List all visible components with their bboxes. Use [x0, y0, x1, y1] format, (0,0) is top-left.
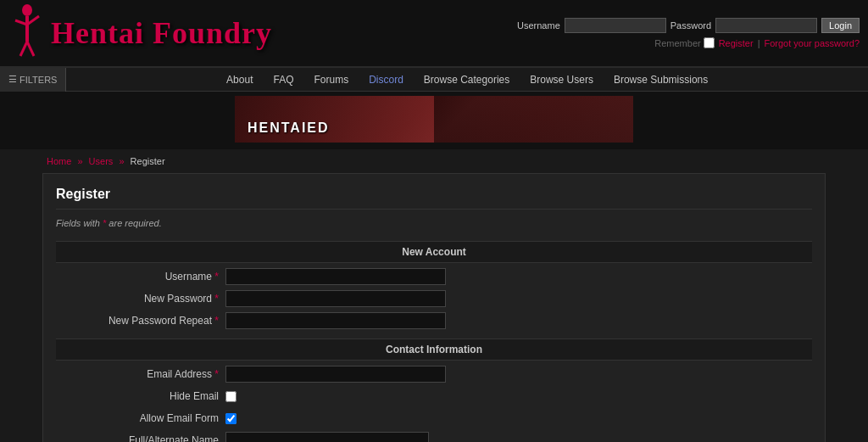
- new-password-repeat-field-label: New Password Repeat *: [56, 315, 225, 327]
- new-password-repeat-row: New Password Repeat *: [56, 311, 812, 330]
- section-new-account: New Account: [56, 241, 812, 263]
- breadcrumb-home[interactable]: Home: [47, 156, 71, 166]
- breadcrumb-sep1: »: [77, 156, 82, 166]
- new-password-repeat-input[interactable]: [225, 312, 446, 329]
- login-button[interactable]: Login: [821, 18, 860, 33]
- full-name-input[interactable]: [225, 432, 429, 442]
- page-title: Register: [56, 187, 812, 210]
- new-password-required: *: [214, 293, 219, 305]
- nav-forums[interactable]: Forums: [303, 68, 359, 92]
- main-content: Register Fields with * are required. New…: [42, 173, 826, 442]
- banner: HENTAIED: [0, 92, 868, 149]
- password-label: Password: [670, 20, 711, 31]
- allow-email-form-label: Allow Email Form: [56, 412, 225, 424]
- svg-line-5: [27, 42, 34, 56]
- remember-label: Remember: [654, 38, 700, 48]
- new-password-input[interactable]: [225, 290, 446, 307]
- logo-area: Hentai Foundry: [8, 3, 272, 63]
- nav-browse-users[interactable]: Browse Users: [520, 68, 604, 92]
- email-input[interactable]: [225, 366, 446, 383]
- username-required: *: [214, 271, 219, 283]
- register-link[interactable]: Register: [719, 38, 754, 48]
- svg-line-3: [27, 16, 39, 25]
- login-area: Username Password Login Remember Registe…: [517, 18, 860, 48]
- filter-icon: ☰: [8, 74, 17, 85]
- forgot-password-link[interactable]: Forgot your password?: [765, 38, 860, 48]
- svg-point-0: [22, 4, 32, 16]
- breadcrumb-users[interactable]: Users: [89, 156, 114, 166]
- nav-browse-categories[interactable]: Browse Categories: [414, 68, 520, 92]
- logo-figure-icon: [8, 3, 47, 63]
- hide-email-checkbox[interactable]: [225, 391, 236, 402]
- email-row: Email Address *: [56, 365, 812, 383]
- breadcrumb: Home » Users » Register: [0, 149, 868, 173]
- register-username-input[interactable]: [225, 268, 446, 285]
- remember-checkbox[interactable]: [704, 37, 715, 48]
- filters-label: FILTERS: [19, 75, 57, 85]
- full-name-label: Full/Alternate Name: [56, 434, 225, 442]
- nav-browse-submissions[interactable]: Browse Submissions: [604, 68, 718, 92]
- svg-line-4: [20, 42, 27, 56]
- nav-links: About FAQ Forums Discord Browse Categori…: [66, 68, 868, 92]
- banner-image: HENTAIED: [235, 96, 633, 143]
- email-required: *: [214, 368, 219, 380]
- separator: |: [758, 38, 760, 48]
- navbar: ☰ FILTERS About FAQ Forums Discord Brows…: [0, 68, 868, 92]
- section-contact-info: Contact Information: [56, 338, 812, 361]
- password-input[interactable]: [715, 18, 817, 33]
- nav-faq[interactable]: FAQ: [263, 68, 303, 92]
- allow-email-form-row: Allow Email Form: [56, 409, 812, 428]
- allow-email-form-checkbox[interactable]: [225, 413, 236, 424]
- site-logo: Hentai Foundry: [51, 15, 272, 51]
- new-password-repeat-required: *: [214, 315, 219, 327]
- breadcrumb-current: Register: [131, 156, 165, 166]
- svg-line-2: [15, 20, 27, 25]
- username-row: Username *: [56, 267, 812, 286]
- new-password-row: New Password *: [56, 289, 812, 308]
- nav-discord[interactable]: Discord: [359, 68, 414, 92]
- login-row: Username Password Login: [517, 18, 860, 33]
- nav-about[interactable]: About: [216, 68, 263, 92]
- filters-button[interactable]: ☰ FILTERS: [0, 68, 66, 92]
- hide-email-row: Hide Email: [56, 387, 812, 406]
- full-name-row: Full/Alternate Name: [56, 431, 812, 442]
- hide-email-label: Hide Email: [56, 390, 225, 402]
- email-field-label: Email Address *: [56, 368, 225, 380]
- breadcrumb-sep2: »: [119, 156, 124, 166]
- username-field-label: Username *: [56, 271, 225, 283]
- username-label: Username: [517, 20, 560, 31]
- remember-row: Remember: [654, 37, 714, 48]
- new-password-field-label: New Password *: [56, 293, 225, 305]
- header: Hentai Foundry Username Password Login R…: [0, 0, 868, 68]
- required-notice: Fields with * are required.: [56, 218, 812, 228]
- register-links: Remember Register | Forgot your password…: [654, 37, 860, 48]
- required-star: *: [103, 218, 106, 228]
- banner-text: HENTAIED: [248, 120, 330, 136]
- username-input[interactable]: [565, 18, 666, 33]
